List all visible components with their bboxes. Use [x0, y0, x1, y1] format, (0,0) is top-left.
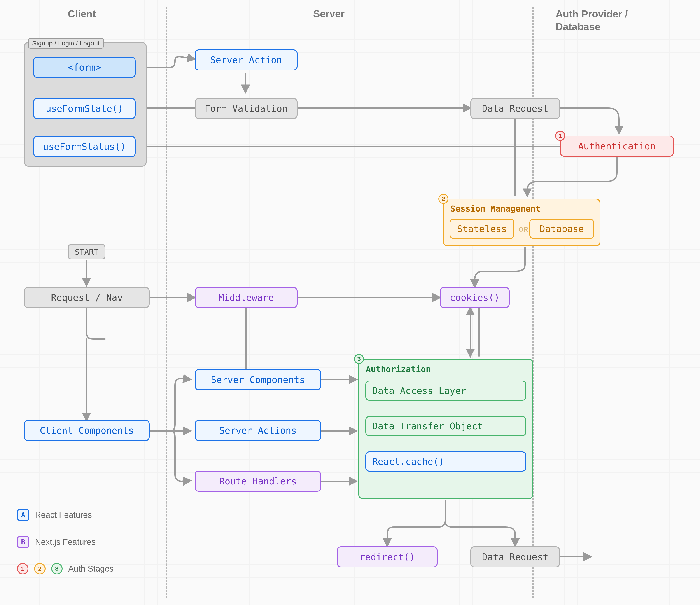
box-react-cache: React.cache()	[365, 451, 526, 472]
badge-3: 3	[354, 354, 364, 364]
legend-react: A React Features	[17, 509, 92, 521]
box-request-nav: Request / Nav	[24, 287, 150, 308]
box-server-action: Server Action	[195, 49, 298, 70]
box-data-request-bottom: Data Request	[470, 546, 560, 568]
box-useformstatus: useFormStatus()	[33, 136, 135, 157]
legend-next: B Next.js Features	[17, 536, 96, 548]
lane-divider-2	[532, 6, 533, 599]
legend-stage-3: 3	[51, 563, 62, 574]
box-dto: Data Transfer Object	[365, 416, 526, 436]
box-server-actions: Server Actions	[195, 420, 321, 441]
badge-2: 2	[439, 194, 448, 204]
lane-title-provider: Auth Provider / Database	[556, 8, 628, 33]
legend-next-label: Next.js Features	[35, 537, 96, 547]
authorization-title: Authorization	[366, 364, 431, 374]
box-dal: Data Access Layer	[365, 381, 526, 401]
legend-next-swatch: B	[17, 536, 29, 548]
legend-stages-label: Auth Stages	[68, 564, 114, 574]
panel-label: Signup / Login / Logout	[28, 38, 104, 49]
box-data-request-top: Data Request	[470, 98, 560, 119]
box-cookies: cookies()	[440, 287, 510, 308]
box-route-handlers: Route Handlers	[195, 471, 321, 492]
box-redirect: redirect()	[337, 546, 438, 568]
lane-title-client: Client	[68, 8, 96, 20]
legend-stage-1: 1	[17, 563, 28, 574]
badge-1: 1	[555, 131, 565, 141]
box-useformstate: useFormState()	[33, 98, 135, 119]
legend-stages: 1 2 3 Auth Stages	[17, 563, 114, 574]
box-database: Database	[529, 219, 594, 239]
legend-stage-2: 2	[34, 563, 46, 574]
box-middleware: Middleware	[195, 287, 298, 308]
legend-react-swatch: A	[17, 509, 29, 521]
lane-title-server: Server	[313, 8, 345, 20]
session-mgmt-title: Session Management	[450, 204, 541, 213]
box-start: START	[68, 244, 105, 259]
box-client-components: Client Components	[24, 420, 150, 441]
or-label: OR	[519, 226, 528, 233]
box-stateless: Stateless	[450, 219, 514, 239]
lane-divider-1	[166, 6, 167, 599]
legend-react-label: React Features	[35, 510, 92, 520]
box-form: <form>	[33, 57, 135, 78]
box-authentication: Authentication	[560, 135, 674, 157]
box-server-components: Server Components	[195, 369, 321, 390]
diagram-stage: Client Server Auth Provider / Database	[0, 0, 700, 605]
box-form-validation: Form Validation	[195, 98, 298, 119]
